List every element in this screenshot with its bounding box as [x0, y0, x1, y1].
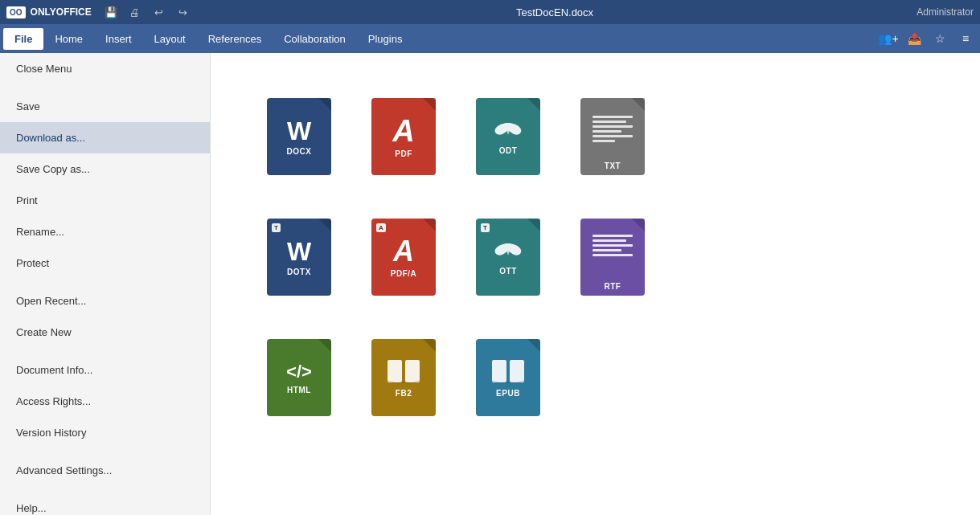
- ott-icon: T OTT: [476, 219, 540, 296]
- fb2-book-svg: [386, 358, 421, 386]
- epub-book-svg: [490, 358, 526, 386]
- ott-badge: T: [481, 223, 490, 232]
- sidebar: Close Menu Save Download as... Save Copy…: [0, 53, 211, 515]
- add-users-button[interactable]: 👥+: [877, 27, 900, 50]
- ott-ext: OTT: [499, 267, 517, 276]
- sidebar-item-access-rights[interactable]: Access Rights...: [0, 386, 210, 417]
- fb2-ext: FB2: [396, 389, 412, 398]
- format-card-odt[interactable]: ODT: [468, 85, 548, 182]
- pdfa-badge: A: [376, 223, 386, 232]
- sidebar-item-save-copy-as[interactable]: Save Copy as...: [0, 153, 210, 185]
- epub-icon: EPUB: [476, 339, 540, 416]
- app-name: ONLYOFFICE: [31, 6, 92, 18]
- format-grid: W DOCX A PDF: [259, 85, 932, 423]
- content-area: Close Menu Save Download as... Save Copy…: [0, 53, 980, 515]
- favorite-button[interactable]: ☆: [929, 27, 951, 50]
- ott-bird-svg: [492, 239, 524, 264]
- html-symbol: </>: [286, 362, 312, 382]
- redo-button[interactable]: ↪: [174, 2, 193, 22]
- docx-icon: W DOCX: [267, 98, 331, 175]
- sidebar-item-print[interactable]: Print: [0, 185, 210, 216]
- format-card-pdf[interactable]: A PDF: [363, 85, 444, 182]
- svg-rect-1: [405, 360, 420, 382]
- svg-rect-0: [387, 360, 402, 382]
- sidebar-item-create-new[interactable]: Create New: [0, 317, 210, 348]
- tab-layout[interactable]: Layout: [143, 28, 197, 50]
- odt-ext: ODT: [499, 146, 518, 155]
- rtf-icon: RTF: [580, 219, 645, 296]
- app-logo: OO ONLYOFFICE: [6, 6, 92, 18]
- tab-file[interactable]: File: [3, 28, 43, 50]
- format-card-dotx[interactable]: T W DOTX: [259, 206, 339, 302]
- menu-bar-right: 👥+ 📤 ☆ ≡: [877, 27, 977, 50]
- sidebar-item-advanced-settings[interactable]: Advanced Settings...: [0, 455, 210, 486]
- fb2-icon: FB2: [371, 339, 436, 416]
- dotx-badge: T: [272, 223, 281, 232]
- svg-rect-5: [506, 360, 510, 382]
- print-button[interactable]: 🖨: [125, 2, 145, 22]
- txt-lines: [586, 109, 639, 149]
- svg-rect-2: [402, 360, 405, 382]
- format-card-epub[interactable]: EPUB: [468, 326, 548, 423]
- share-button[interactable]: 📤: [903, 27, 925, 50]
- format-card-docx[interactable]: W DOCX: [259, 85, 339, 182]
- undo-button[interactable]: ↩: [150, 2, 169, 22]
- tab-plugins[interactable]: Plugins: [357, 28, 414, 50]
- docx-ext: DOCX: [287, 147, 312, 156]
- format-card-fb2[interactable]: FB2: [363, 326, 444, 423]
- tab-insert[interactable]: Insert: [94, 28, 143, 50]
- pdf-symbol: A: [392, 116, 414, 146]
- sidebar-item-version-history[interactable]: Version History: [0, 417, 210, 448]
- dotx-icon: T W DOTX: [267, 219, 331, 296]
- sidebar-item-help[interactable]: Help...: [0, 493, 210, 515]
- format-row-2: T W DOTX A A PDF/A: [259, 206, 932, 302]
- title-bar-controls: 💾 🖨 ↩ ↪: [101, 2, 193, 22]
- rtf-ext: RTF: [605, 282, 621, 291]
- tab-home[interactable]: Home: [43, 28, 94, 50]
- save-button[interactable]: 💾: [101, 2, 121, 22]
- format-card-ott[interactable]: T OTT: [468, 206, 548, 302]
- user-name: Administrator: [916, 6, 974, 18]
- odt-bird-svg: [492, 119, 524, 143]
- format-row-3: </> HTML: [259, 326, 932, 423]
- docx-letter: W: [287, 118, 311, 144]
- html-ext: HTML: [287, 386, 311, 394]
- format-row-1: W DOCX A PDF: [259, 85, 932, 182]
- epub-ext: EPUB: [496, 389, 520, 398]
- html-icon: </> HTML: [267, 339, 331, 416]
- dotx-ext: DOTX: [287, 268, 311, 276]
- tab-collaboration[interactable]: Collaboration: [273, 28, 357, 50]
- main-panel: W DOCX A PDF: [211, 53, 980, 515]
- odt-icon: ODT: [476, 98, 540, 175]
- sidebar-item-download-as[interactable]: Download as...: [0, 122, 210, 153]
- txt-ext: TXT: [605, 161, 621, 170]
- txt-icon: TXT: [580, 98, 645, 175]
- sidebar-item-document-info[interactable]: Document Info...: [0, 354, 210, 386]
- sidebar-item-protect[interactable]: Protect: [0, 247, 210, 279]
- tab-references[interactable]: References: [197, 28, 273, 50]
- pdfa-symbol: A: [393, 237, 414, 266]
- document-title: TestDocEN.docx: [193, 6, 917, 18]
- logo-icon: OO: [6, 6, 26, 18]
- pdfa-icon: A A PDF/A: [371, 219, 436, 296]
- format-card-pdfa[interactable]: A A PDF/A: [363, 206, 444, 302]
- sidebar-item-open-recent[interactable]: Open Recent...: [0, 285, 210, 317]
- dotx-letter: W: [287, 239, 311, 264]
- sidebar-item-save[interactable]: Save: [0, 91, 210, 122]
- sidebar-item-rename[interactable]: Rename...: [0, 216, 210, 247]
- sidebar-item-close-menu[interactable]: Close Menu: [0, 53, 210, 84]
- more-button[interactable]: ≡: [954, 27, 977, 50]
- rtf-lines: [588, 230, 638, 261]
- menu-bar: File Home Insert Layout References Colla…: [0, 24, 980, 53]
- pdfa-ext: PDF/A: [391, 269, 417, 278]
- format-card-txt[interactable]: TXT: [572, 85, 653, 182]
- format-card-rtf[interactable]: RTF: [572, 206, 653, 302]
- pdf-ext: PDF: [395, 149, 412, 158]
- pdf-icon: A PDF: [371, 98, 436, 175]
- format-card-html[interactable]: </> HTML: [259, 326, 339, 423]
- title-bar: OO ONLYOFFICE 💾 🖨 ↩ ↪ TestDocEN.docx Adm…: [0, 0, 980, 24]
- svg-rect-4: [510, 360, 524, 382]
- svg-rect-3: [492, 360, 506, 382]
